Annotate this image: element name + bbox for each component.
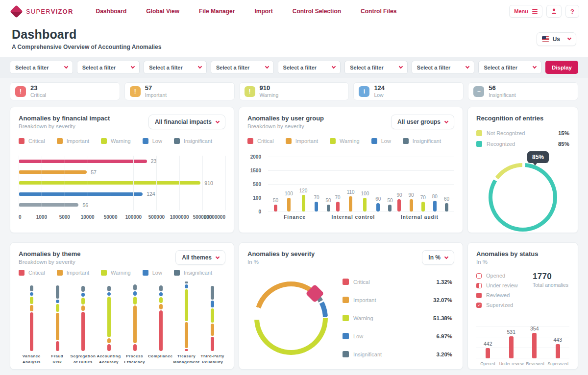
legend-item-low: Low6.97% (343, 327, 452, 345)
filter-select-3[interactable]: Select a filter (144, 61, 207, 74)
bar-low: 80 (432, 194, 438, 211)
bar-value: 70 (314, 195, 319, 200)
bar-row-low: 124 (19, 188, 225, 199)
nav-item-control-files[interactable]: Control Files (361, 8, 396, 15)
filter-select-4[interactable]: Select a filter (211, 61, 274, 74)
menu-button[interactable]: Menu (509, 5, 542, 18)
panel-status: Anomalies by status In % 1770 Total anom… (467, 242, 578, 370)
category-label: Compliance (147, 353, 173, 365)
nav-item-dashboard[interactable]: Dashboard (96, 8, 127, 15)
page-subtitle: A Comprehensive Overview of Accounting A… (12, 44, 161, 50)
legend-swatch (343, 333, 349, 339)
x-tick: 500000 (148, 214, 165, 220)
legend-item-warning: Warning (330, 138, 360, 144)
gridline (268, 211, 454, 212)
legend-swatch (371, 138, 377, 144)
segment-warning (56, 304, 59, 312)
legend-value: 85% (558, 141, 569, 147)
legend-label: Insignificant (413, 138, 441, 144)
legend-item-supervized: ✓Supervized (476, 300, 569, 310)
bar-insignificant: 60 (444, 196, 449, 211)
stacked-column (56, 285, 59, 351)
x-tick: 0 (19, 214, 22, 220)
stacked-column (211, 286, 214, 351)
x-tick: 5000 (59, 214, 70, 220)
nav-item-import[interactable]: Import (254, 8, 272, 15)
legend-label: Insignificant (353, 352, 382, 357)
segment-insignificant (133, 284, 137, 290)
kpi-value: 910 (260, 85, 279, 92)
display-button[interactable]: Display (545, 61, 578, 74)
financial-impact-dropdown[interactable]: All financial impacts (148, 115, 225, 129)
filter-select-5[interactable]: Select a filter (278, 61, 341, 74)
legend-value: 6.97% (436, 333, 452, 339)
bar (388, 205, 392, 211)
stacked-bar-treasury-management (174, 281, 200, 351)
filter-select-1[interactable]: Select a filter (10, 61, 73, 74)
help-button[interactable]: ? (565, 5, 579, 18)
supervizor-logo[interactable]: SUPERVIZOR (9, 7, 74, 16)
theme-dropdown[interactable]: All themes (175, 250, 225, 265)
segment-warning (81, 298, 85, 305)
bar-important: 110 (347, 189, 355, 211)
kpi-card-low: i124Low (353, 82, 464, 100)
gridline (156, 156, 157, 211)
legend-swatch (343, 297, 349, 303)
plot-area: 5010012070507011010060509090708060 (271, 157, 451, 211)
bar-row-insignificant: 56 (19, 200, 225, 211)
stacked-column (30, 285, 33, 351)
chevron-down-icon (399, 65, 403, 69)
language-selector[interactable]: Us (537, 32, 576, 46)
bar (433, 201, 437, 211)
gridline (88, 156, 88, 211)
category-label: Supervized (546, 361, 569, 366)
legend-label: Low (152, 138, 162, 144)
filter-select-8[interactable]: Select a filter (478, 61, 541, 74)
legend-label: Critical (257, 138, 274, 144)
panel-user-group: Anomalies by user group Breakdown by sev… (239, 107, 463, 233)
category-label: Internal control (332, 214, 375, 220)
bar-value: 354 (530, 326, 539, 331)
segment-important (185, 322, 188, 348)
kpi-card-insignificant: −56Insignificant (468, 82, 578, 100)
severity-unit-dropdown[interactable]: In % (422, 250, 454, 265)
stacked-bar-segregation-of-duties (71, 281, 97, 351)
nav-item-control-selection[interactable]: Control Selection (293, 8, 341, 15)
kpi-label: Low (374, 92, 385, 98)
panel-head: Anomalies by user group Breakdown by sev… (247, 115, 454, 129)
category-line: Third-Party (199, 353, 225, 359)
kpi-label: Insignificant (489, 92, 515, 98)
legend-value: 3.20% (436, 352, 452, 357)
total-anomalies-value: 1770 (533, 272, 568, 281)
user-group-dropdown[interactable]: All user groups (391, 115, 454, 129)
stacked-bar-fraud-risk (45, 281, 71, 351)
hamburger-icon (532, 11, 538, 12)
segment-important (30, 305, 33, 312)
filter-select-6[interactable]: Select a filter (344, 61, 408, 74)
theme-chart (19, 281, 225, 351)
status-filled-icon (476, 293, 482, 298)
legend-item-insignificant: Insignificant (174, 270, 212, 276)
segment-critical (30, 312, 33, 351)
category-labels: FinanceInternal controlInternal audit (271, 214, 451, 220)
status-outline-icon (476, 273, 482, 279)
filter-select-2[interactable]: Select a filter (77, 61, 140, 74)
title-block: Dashboard A Comprehensive Overview of Ac… (12, 27, 161, 50)
bar (274, 205, 277, 211)
legend-swatch (101, 270, 107, 276)
category-line: Process (122, 353, 147, 359)
filter-select-7[interactable]: Select a filter (412, 61, 475, 74)
bar (336, 202, 340, 211)
legend-label: Not Recognized (487, 130, 525, 136)
kpi-row: !23Critical!57Important!910Warningi124Lo… (0, 78, 588, 100)
legend-item-insignificant: Insignificant (403, 138, 441, 144)
user-button[interactable] (546, 5, 562, 18)
legend-swatch (286, 138, 292, 144)
panel-recognition: Recognition of entries Not Recognized15%… (467, 107, 578, 233)
nav-item-global-view[interactable]: Global View (146, 8, 179, 15)
supervizor-app: SUPERVIZOR DashboardGlobal ViewFile Mana… (0, 0, 588, 375)
filter-select-label: Select a filter (15, 65, 49, 70)
legend-label: Low (152, 270, 162, 276)
nav-item-file-manager[interactable]: File Manager (199, 8, 235, 15)
category-label: Opened (476, 361, 499, 366)
